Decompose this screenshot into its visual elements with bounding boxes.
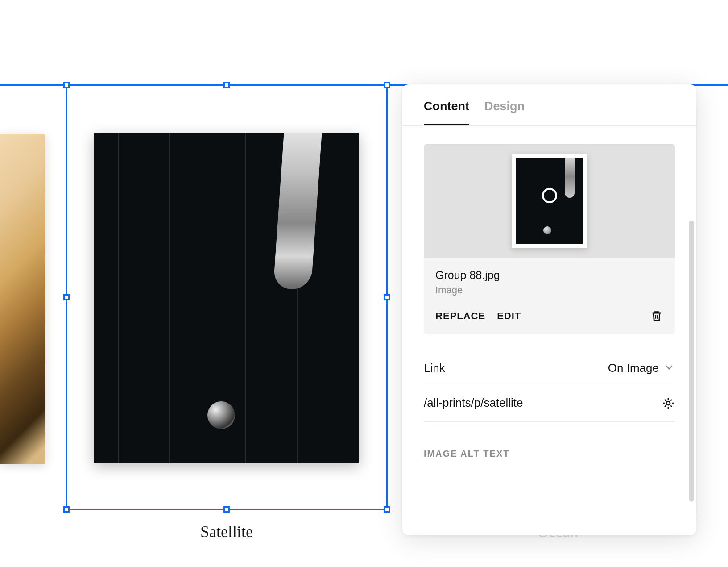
resize-handle-top-middle[interactable] bbox=[223, 82, 230, 88]
decorative-streak bbox=[118, 133, 119, 463]
focal-point-indicator-icon[interactable] bbox=[542, 188, 557, 203]
edit-button[interactable]: EDIT bbox=[497, 310, 521, 322]
image-file-name: Group 88.jpg bbox=[435, 269, 663, 282]
decorative-droplet bbox=[543, 226, 551, 234]
image-thumbnail-frame bbox=[512, 154, 587, 248]
editor-panel: Content Design Group 88.jpg Image REPLAC… bbox=[402, 84, 696, 535]
link-value: On Image bbox=[608, 361, 659, 375]
decorative-drip bbox=[565, 158, 575, 198]
tab-content[interactable]: Content bbox=[424, 100, 469, 125]
image-thumbnail[interactable] bbox=[516, 158, 583, 244]
resize-handle-bottom-right[interactable] bbox=[384, 506, 390, 513]
resize-handle-middle-left[interactable] bbox=[63, 294, 70, 300]
decorative-streak bbox=[169, 133, 170, 463]
selected-image[interactable] bbox=[94, 133, 359, 463]
panel-body: Group 88.jpg Image REPLACE EDIT Link On … bbox=[402, 128, 688, 535]
link-row[interactable]: Link On Image bbox=[424, 361, 675, 384]
image-caption-selected[interactable]: Satellite bbox=[66, 522, 387, 541]
trash-icon[interactable] bbox=[650, 309, 663, 323]
decorative-streak bbox=[245, 133, 246, 463]
image-meta: Group 88.jpg Image bbox=[424, 258, 675, 301]
image-preview[interactable] bbox=[424, 144, 675, 258]
tab-design[interactable]: Design bbox=[484, 100, 525, 125]
image-file-type: Image bbox=[435, 284, 663, 296]
alt-text-section-label: IMAGE ALT TEXT bbox=[424, 449, 675, 459]
decorative-droplet bbox=[207, 401, 235, 429]
resize-handle-bottom-left[interactable] bbox=[63, 506, 70, 513]
panel-scrollbar-thumb[interactable] bbox=[689, 221, 694, 502]
resize-handle-top-right[interactable] bbox=[384, 82, 390, 88]
chevron-down-icon bbox=[663, 362, 675, 375]
link-label: Link bbox=[424, 361, 445, 375]
resize-handle-bottom-middle[interactable] bbox=[223, 506, 230, 513]
link-url: /all-prints/p/satellite bbox=[424, 396, 523, 410]
image-card: Group 88.jpg Image REPLACE EDIT bbox=[424, 144, 675, 334]
panel-scrollbar[interactable] bbox=[689, 221, 694, 502]
panel-tabs: Content Design bbox=[402, 84, 696, 126]
decorative-drip bbox=[273, 133, 323, 289]
link-dropdown[interactable]: On Image bbox=[608, 361, 675, 375]
link-url-row[interactable]: /all-prints/p/satellite bbox=[424, 384, 675, 422]
resize-handle-middle-right[interactable] bbox=[384, 294, 390, 300]
svg-point-0 bbox=[666, 401, 670, 405]
replace-button[interactable]: REPLACE bbox=[435, 310, 485, 322]
gear-icon[interactable] bbox=[662, 396, 675, 410]
image-actions: REPLACE EDIT bbox=[424, 301, 675, 334]
resize-handle-top-left[interactable] bbox=[63, 82, 70, 88]
adjacent-image-left[interactable] bbox=[0, 134, 46, 464]
